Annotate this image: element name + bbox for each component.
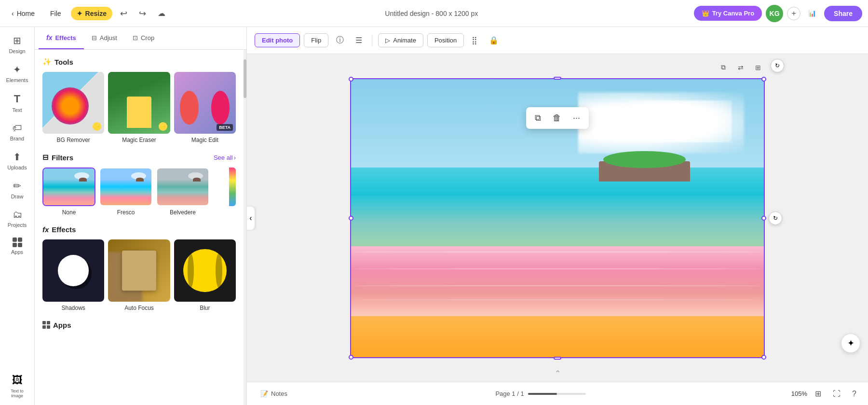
sidebar-item-brand[interactable]: 🏷 Brand <box>2 119 33 145</box>
magic-edit-tool[interactable]: BETA Magic Edit <box>174 72 236 143</box>
top-bar: ‹ Home File ✦ Resize ↩ ↪ ☁ Untitled desi… <box>0 0 868 27</box>
assistive-button[interactable]: ✦ <box>841 334 860 353</box>
sidebar-item-design[interactable]: ⊞ Design <box>2 31 33 58</box>
sidebar-item-projects[interactable]: 🗂 Projects <box>2 205 33 232</box>
chevron-left-icon: ‹ <box>12 10 14 17</box>
bottom-bar-right: 105% ⊞ ⛶ ? <box>788 387 860 400</box>
canvas-image: ⧉ ⇄ ⊞ ↻ ⧉ 🗑 ··· ↻ <box>350 78 765 358</box>
sidebar-item-apps[interactable]: Apps <box>2 234 33 259</box>
try-pro-button[interactable]: 👑 Try Canva Pro <box>694 6 762 21</box>
tab-adjust[interactable]: ⊟ Adjust <box>84 27 125 49</box>
float-copy-button[interactable]: ⧉ <box>532 111 544 125</box>
avatar-button[interactable]: KG <box>766 5 783 22</box>
page-progress-fill <box>528 393 557 395</box>
effect-shadows-thumb <box>42 239 104 301</box>
sidebar-item-draw[interactable]: ✏ Draw <box>2 176 33 203</box>
magic-edit-thumb: BETA <box>174 72 236 134</box>
stats-button[interactable]: 📊 <box>804 7 820 20</box>
brand-icon: 🏷 <box>13 123 22 134</box>
page-info: Page 1 / 1 <box>495 390 524 397</box>
crown-icon: 👑 <box>702 10 709 17</box>
expand-view-button[interactable]: ⛶ <box>829 388 844 400</box>
fx-effects-icon: fx <box>42 225 49 234</box>
effect-blur-thumb <box>174 239 236 301</box>
tools-section-title: ✨ Tools <box>42 57 236 66</box>
filters-grid: None <box>42 168 236 216</box>
magic-edit-label: Magic Edit <box>191 137 218 143</box>
filter-fresco[interactable]: Fresco <box>99 168 152 216</box>
tab-effects[interactable]: fx Effects <box>39 27 84 49</box>
undo-button[interactable]: ↩ <box>116 5 131 22</box>
edit-photo-button[interactable]: Edit photo <box>255 33 300 47</box>
effect-autofocus[interactable]: Auto Focus <box>108 239 170 311</box>
share-button[interactable]: Share <box>824 6 862 21</box>
beta-badge: BETA <box>217 124 233 131</box>
tools-grid: ⭐ BG Remover ⭐ Magic Erase <box>42 72 236 143</box>
expand-button[interactable]: ⊞ <box>751 61 765 74</box>
right-handles: ↻ <box>769 211 782 225</box>
position-button[interactable]: Position <box>427 33 464 47</box>
effect-autofocus-thumb <box>108 239 170 301</box>
filter-fresco-label: Fresco <box>117 209 135 216</box>
design-icon: ⊞ <box>13 35 21 46</box>
filter-belvedere[interactable]: Belvedere <box>156 168 209 216</box>
info-button[interactable]: ⓘ <box>332 32 348 48</box>
grid-view-button[interactable]: ⊞ <box>811 387 825 400</box>
text-icon: T <box>14 93 20 105</box>
file-button[interactable]: File <box>44 7 67 20</box>
try-pro-label: Try Canva Pro <box>712 10 754 17</box>
bg-remover-thumb: ⭐ <box>42 72 104 134</box>
text-to-image-button[interactable]: 🖼 Text to Image <box>3 371 32 401</box>
magic-eraser-tool[interactable]: ⭐ Magic Eraser <box>108 72 170 143</box>
sidebar-item-label: Elements <box>6 77 28 83</box>
animate-icon: ▷ <box>385 37 390 44</box>
resize-button[interactable]: ✦ Resize <box>71 7 112 20</box>
pro-badge: ⭐ <box>159 122 167 131</box>
bg-remover-tool[interactable]: ⭐ BG Remover <box>42 72 104 143</box>
replace-button[interactable]: ⇄ <box>734 61 747 74</box>
uploads-icon: ⬆ <box>13 151 21 163</box>
help-button[interactable]: ? <box>848 388 860 400</box>
sidebar-item-text[interactable]: T Text <box>2 89 33 117</box>
sidebar-item-uploads[interactable]: ⬆ Uploads <box>2 147 33 174</box>
canvas-wrapper: ‹ <box>247 54 868 382</box>
corner-icons: ⧉ ⇄ ⊞ <box>717 61 765 74</box>
redo-button[interactable]: ↪ <box>135 5 150 22</box>
fx-icon: fx <box>46 34 52 42</box>
float-delete-button[interactable]: 🗑 <box>550 111 564 125</box>
float-more-button[interactable]: ··· <box>570 111 583 125</box>
filters-see-all[interactable]: See all › <box>214 154 236 161</box>
tab-crop[interactable]: ⊡ Crop <box>125 27 162 49</box>
save-cloud-button[interactable]: ☁ <box>154 6 169 21</box>
lock-button[interactable]: 🔒 <box>485 33 502 48</box>
copy-frame-button[interactable]: ⧉ <box>717 61 730 74</box>
filter-more-strip <box>229 168 236 206</box>
magic-eraser-thumb: ⭐ <box>108 72 170 134</box>
add-collaborator-button[interactable]: + <box>787 7 800 20</box>
flip-button[interactable]: Flip <box>304 33 328 47</box>
sidebar-item-elements[interactable]: ✦ Elements <box>2 60 33 87</box>
filter-belvedere-thumb <box>156 168 209 206</box>
chevron-left-icon: ‹ <box>249 214 252 223</box>
bottom-bar-left: 📝 Notes <box>255 387 293 400</box>
apps-section: Apps <box>42 321 236 329</box>
notes-button[interactable]: 📝 Notes <box>255 387 293 400</box>
stats-icon: 📊 <box>808 10 816 17</box>
canvas-expand-handle[interactable]: ⌃ <box>555 369 561 378</box>
transparency-button[interactable]: ⣿ <box>468 33 481 48</box>
align-button[interactable]: ☰ <box>352 33 366 48</box>
right-rotate-button[interactable]: ↻ <box>769 211 782 225</box>
rotate-button[interactable]: ↻ <box>771 59 784 72</box>
filter-none[interactable]: None <box>42 168 95 216</box>
home-button[interactable]: ‹ Home <box>6 7 41 20</box>
sidebar-item-label: Projects <box>8 222 27 228</box>
panel-collapse-button[interactable]: ‹ <box>247 207 255 230</box>
panel-tabs: fx Effects ⊟ Adjust ⊡ Crop <box>35 27 246 50</box>
effect-blur[interactable]: Blur <box>174 239 236 311</box>
sidebar-item-label: Brand <box>10 136 24 141</box>
panel-scrollbar[interactable] <box>244 50 246 405</box>
filter-none-label: None <box>62 209 76 216</box>
effect-shadows[interactable]: Shadows <box>42 239 104 311</box>
animate-button[interactable]: ▷ Animate <box>378 33 423 47</box>
adjust-icon: ⊟ <box>92 34 97 42</box>
